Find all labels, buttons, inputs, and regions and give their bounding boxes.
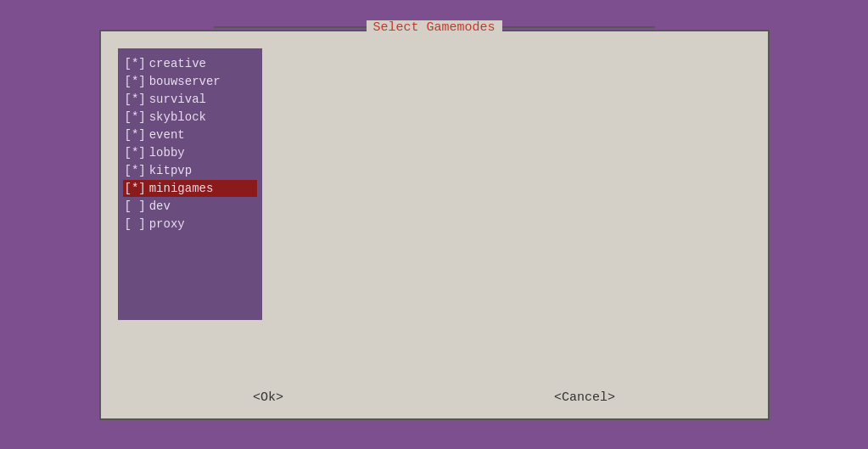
title-line-right: [502, 26, 655, 28]
list-item-bouwserver[interactable]: [*] bouwserver: [123, 73, 257, 90]
label-proxy: proxy: [149, 217, 185, 231]
checkbox-skyblock: [*]: [125, 110, 146, 124]
list-item-proxy[interactable]: [ ] proxy: [123, 216, 257, 233]
list-item-creative[interactable]: [*] creative: [123, 55, 257, 72]
label-event: event: [149, 128, 185, 142]
label-kitpvp: kitpvp: [149, 164, 192, 177]
dialog-title-bar: Select Gamemodes: [213, 20, 654, 35]
label-creative: creative: [149, 57, 206, 70]
list-item-survival[interactable]: [*] survival: [123, 91, 257, 108]
list-item-minigames[interactable]: [*] minigames: [123, 180, 257, 197]
label-survival: survival: [149, 93, 206, 106]
label-minigames: minigames: [149, 182, 214, 195]
checkbox-proxy: [ ]: [125, 217, 146, 231]
checkbox-event: [*]: [125, 128, 146, 142]
label-bouwserver: bouwserver: [149, 75, 221, 88]
dialog-footer: <Ok> <Cancel>: [101, 377, 768, 418]
dialog-body: [*] creative[*] bouwserver[*] survival[*…: [101, 31, 768, 377]
checkbox-lobby: [*]: [125, 146, 146, 160]
list-item-kitpvp[interactable]: [*] kitpvp: [123, 162, 257, 179]
title-line-left: [213, 26, 366, 28]
label-dev: dev: [149, 199, 171, 213]
checkbox-creative: [*]: [125, 57, 146, 70]
list-item-event[interactable]: [*] event: [123, 126, 257, 143]
dialog-title: Select Gamemodes: [366, 20, 501, 35]
checkbox-kitpvp: [*]: [125, 164, 146, 177]
list-item-lobby[interactable]: [*] lobby: [123, 144, 257, 161]
checkbox-survival: [*]: [125, 93, 146, 106]
select-gamemodes-dialog: Select Gamemodes [*] creative[*] bouwser…: [99, 30, 770, 420]
ok-button[interactable]: <Ok>: [246, 387, 290, 408]
cancel-button[interactable]: <Cancel>: [547, 387, 622, 408]
checkbox-dev: [ ]: [125, 199, 146, 213]
label-lobby: lobby: [149, 146, 185, 160]
label-skyblock: skyblock: [149, 110, 206, 124]
checkbox-bouwserver: [*]: [125, 75, 146, 88]
list-item-skyblock[interactable]: [*] skyblock: [123, 109, 257, 126]
list-item-dev[interactable]: [ ] dev: [123, 198, 257, 215]
gamemode-list: [*] creative[*] bouwserver[*] survival[*…: [118, 48, 262, 320]
checkbox-minigames: [*]: [125, 182, 146, 195]
